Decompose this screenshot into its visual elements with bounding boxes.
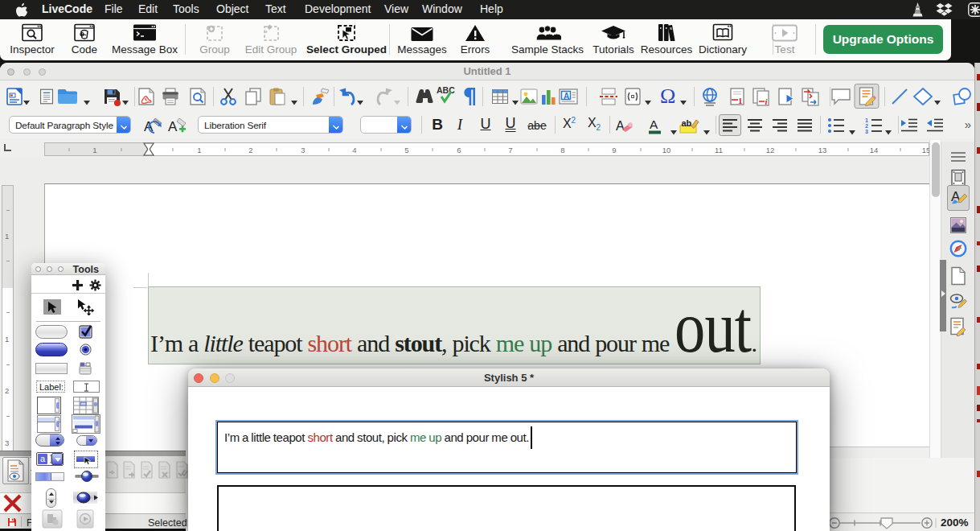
svg-text:ab: ab	[682, 118, 692, 128]
svg-text:A: A	[564, 92, 569, 101]
svg-text:A: A	[168, 119, 178, 134]
svg-text:1: 1	[738, 96, 743, 105]
svg-text:2: 2	[865, 123, 868, 129]
svg-text:3: 3	[865, 129, 868, 134]
svg-text:A: A	[616, 119, 625, 133]
svg-text:s: s	[670, 26, 672, 31]
svg-text:A: A	[650, 117, 658, 131]
svg-text:ABC: ABC	[437, 85, 455, 95]
svg-text:Ω: Ω	[660, 85, 675, 108]
